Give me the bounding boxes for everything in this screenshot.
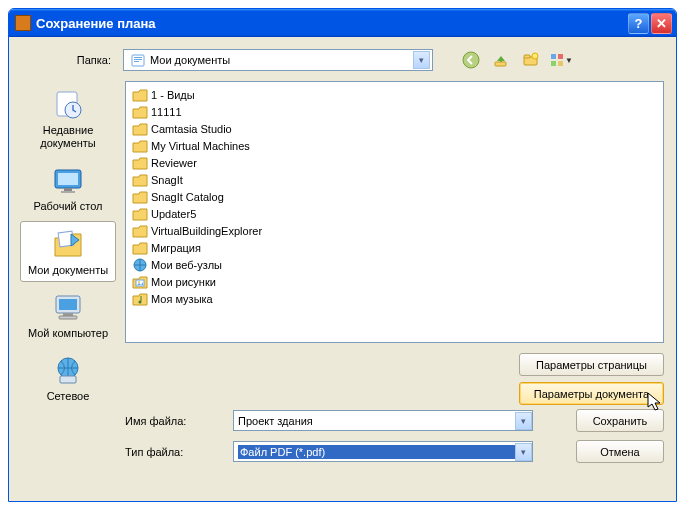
desktop-icon [51,164,85,196]
folder-icon [132,206,148,222]
svg-rect-11 [551,61,556,66]
middle-area: Недавние документыРабочий столМои докуме… [19,81,664,491]
folder-row: Папка: Мои документы ▾ ▼ [19,47,664,73]
file-name: SnagIt [151,174,183,186]
folder-combo-text: Мои документы [150,54,413,66]
places-desktop[interactable]: Рабочий стол [20,157,116,218]
web-icon [132,257,148,273]
places-computer[interactable]: Мой компьютер [20,284,116,345]
titlebar[interactable]: Сохранение плана ? ✕ [9,9,676,37]
file-item[interactable]: 1 - Виды [132,86,292,103]
file-item[interactable]: VirtualBuildingExplorer [132,222,292,239]
places-bar: Недавние документыРабочий столМои докуме… [19,81,117,491]
svg-point-29 [139,300,142,303]
file-item[interactable]: Reviewer [132,154,292,171]
file-name: Мои рисунки [151,276,216,288]
filename-row: Имя файла: Проект здания ▾ Сохранить [125,409,664,432]
file-item[interactable]: Updater5 [132,205,292,222]
place-label: Рабочий стол [23,200,113,213]
back-button[interactable] [459,48,483,72]
filetype-label: Тип файла: [125,446,223,458]
folder-icon [132,189,148,205]
file-name: Camtasia Studio [151,123,232,135]
filename-input[interactable]: Проект здания ▾ [233,410,533,431]
chevron-down-icon[interactable]: ▾ [413,51,430,69]
svg-rect-18 [61,191,75,193]
file-item[interactable]: Мои рисунки [132,273,292,290]
file-item[interactable]: Мои веб-узлы [132,256,292,273]
file-item[interactable]: SnagIt Catalog [132,188,292,205]
file-list[interactable]: 1 - Виды11111Camtasia StudioMy Virtual M… [125,81,664,343]
svg-rect-12 [558,61,563,66]
file-item[interactable]: My Virtual Machines [132,137,292,154]
svg-rect-9 [551,54,556,59]
place-label: Мой компьютер [23,327,113,340]
new-folder-button[interactable] [519,48,543,72]
views-menu-button[interactable]: ▼ [549,48,573,72]
svg-rect-5 [495,62,506,66]
folder-icon [132,240,148,256]
svg-rect-3 [134,61,139,62]
options-buttons: Параметры страницы Параметры документа [125,343,664,409]
window-title: Сохранение плана [36,16,626,31]
svg-rect-25 [60,376,76,383]
folder-label: Папка: [19,54,117,66]
folder-icon [132,172,148,188]
mydocs-icon [130,52,146,68]
svg-rect-17 [64,188,72,191]
up-one-level-button[interactable] [489,48,513,72]
svg-rect-21 [59,299,77,310]
filename-label: Имя файла: [125,415,223,427]
filename-value: Проект здания [238,415,515,427]
file-item[interactable]: Camtasia Studio [132,120,292,137]
chevron-down-icon[interactable]: ▾ [515,412,532,430]
svg-rect-10 [558,54,563,59]
svg-rect-16 [58,173,78,185]
cancel-button[interactable]: Отмена [576,440,664,463]
folder-icon [132,87,148,103]
svg-rect-1 [134,57,142,58]
file-name: SnagIt Catalog [151,191,224,203]
help-button[interactable]: ? [628,13,649,34]
dialog-body: Папка: Мои документы ▾ ▼ [9,37,676,501]
network-icon [51,354,85,386]
filetype-select[interactable]: Файл PDF (*.pdf) ▾ [233,441,533,462]
right-area: 1 - Виды11111Camtasia StudioMy Virtual M… [125,81,664,491]
pics-icon [132,274,148,290]
filetype-value: Файл PDF (*.pdf) [238,445,515,459]
svg-point-28 [138,281,140,283]
file-name: VirtualBuildingExplorer [151,225,262,237]
document-options-button[interactable]: Параметры документа [519,382,664,405]
chevron-down-icon[interactable]: ▾ [515,443,532,461]
file-item[interactable]: SnagIt [132,171,292,188]
file-name: Миграция [151,242,201,254]
svg-rect-2 [134,59,142,60]
file-name: Reviewer [151,157,197,169]
file-name: Мои веб-узлы [151,259,222,271]
folder-combo[interactable]: Мои документы ▾ [123,49,433,71]
file-item[interactable]: Миграция [132,239,292,256]
file-name: Updater5 [151,208,196,220]
mydocs-icon [51,228,85,260]
computer-icon [51,291,85,323]
svg-rect-0 [132,55,144,66]
file-item[interactable]: 11111 [132,103,292,120]
music-icon [132,291,148,307]
places-network[interactable]: Сетевое [20,347,116,408]
folder-icon [132,223,148,239]
form-rows: Имя файла: Проект здания ▾ Сохранить Тип… [125,409,664,463]
place-label: Мои документы [23,264,113,277]
recent-icon [51,88,85,120]
page-setup-button[interactable]: Параметры страницы [519,353,664,376]
file-name: My Virtual Machines [151,140,250,152]
places-mydocs[interactable]: Мои документы [20,221,116,282]
filetype-row: Тип файла: Файл PDF (*.pdf) ▾ Отмена [125,440,664,463]
file-name: 1 - Виды [151,89,195,101]
folder-icon [132,138,148,154]
places-recent[interactable]: Недавние документы [20,81,116,155]
file-item[interactable]: Моя музыка [132,290,292,307]
file-name: Моя музыка [151,293,213,305]
folder-icon [132,121,148,137]
close-button[interactable]: ✕ [651,13,672,34]
save-button[interactable]: Сохранить [576,409,664,432]
